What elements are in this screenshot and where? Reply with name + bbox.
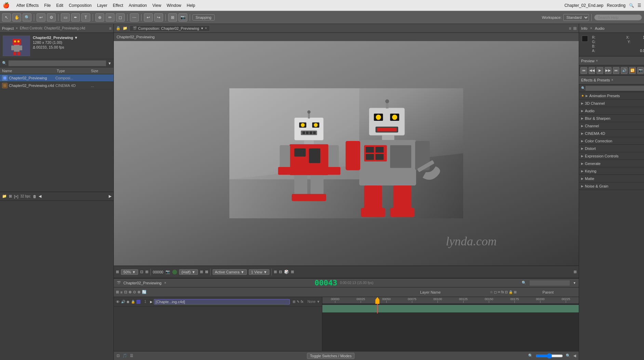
tl-tool-7[interactable]: 🔄 <box>142 290 147 294</box>
zoom-in-icon[interactable]: 🔍 <box>566 353 571 358</box>
project-panel-menu[interactable]: ≡ <box>109 26 111 31</box>
effect-category-matte[interactable]: ▶ Matte <box>579 175 644 182</box>
info-tab-close[interactable]: × <box>590 26 592 30</box>
trash-icon[interactable]: 🗑 <box>33 194 37 198</box>
effect-category-color-correction[interactable]: ▶ Color Correction <box>579 137 644 145</box>
preview-play[interactable]: ▶ <box>596 67 603 74</box>
preview-first-frame[interactable]: ⏮ <box>580 67 587 74</box>
orbit-tool[interactable]: ⚙ <box>47 13 56 22</box>
tl-tool-5[interactable]: ⊙ <box>133 290 136 294</box>
tl-bottom-icon-3[interactable]: ☰ <box>130 353 133 358</box>
zoom-out-icon[interactable]: 🔍 <box>528 353 533 358</box>
preview-tab[interactable]: Preview <box>581 59 594 63</box>
menu-file[interactable]: File <box>41 2 53 9</box>
menu-help[interactable]: Help <box>184 2 198 9</box>
info-tab[interactable]: Info <box>581 26 587 30</box>
tl-bottom-icon-2[interactable]: 🎵 <box>122 353 127 358</box>
menu-effect[interactable]: Effect <box>110 2 126 9</box>
pen-tool[interactable]: ✒ <box>71 13 80 22</box>
menu-list-icon[interactable]: ☰ <box>638 3 641 8</box>
undo-btn[interactable]: ↩ <box>144 13 153 22</box>
snapping-button[interactable]: Snapping <box>192 14 215 21</box>
timeline-tab-close[interactable]: × <box>164 281 166 285</box>
layer-timeline-bar[interactable] <box>322 305 579 312</box>
effect-category-blur-sharpen[interactable]: ▶ Blur & Sharpen <box>579 115 644 122</box>
effect-category-keying[interactable]: ▶ Keying <box>579 167 644 175</box>
project-tab-close[interactable]: × <box>16 26 18 30</box>
tl-tool-1[interactable]: ⊞ <box>116 290 119 294</box>
preview-capture-frame[interactable]: 📷 <box>637 67 644 74</box>
layer-lock-icon[interactable]: 🔒 <box>131 300 135 304</box>
grid-icon[interactable]: ⊠ <box>205 270 208 274</box>
preview-step-forward[interactable]: ▶▶ <box>605 67 612 74</box>
new-folder-icon[interactable]: 📁 <box>2 194 7 198</box>
project-item-c4d[interactable]: Chapter02_Previewing.c4d CINEMA 4D ... <box>0 82 113 89</box>
hand-tool[interactable]: ✋ <box>12 13 21 22</box>
effects-search-input[interactable] <box>585 86 644 91</box>
comp-dropdown-icon[interactable]: ▼ <box>201 27 204 30</box>
effect-category-distort[interactable]: ▶ Distort <box>579 145 644 152</box>
preview-last-frame[interactable]: ⏭ <box>613 67 620 74</box>
effect-category-cinema4d[interactable]: ▶ CINEMA 4D <box>579 130 644 137</box>
scroll-left-icon[interactable]: ◀ <box>573 353 576 358</box>
redo-btn[interactable]: ↪ <box>154 13 163 22</box>
project-search-input[interactable] <box>8 60 106 66</box>
render-full-icon[interactable]: ⊞ <box>274 270 277 274</box>
toggle-switches-modes-button[interactable]: Toggle Switches / Modes <box>307 353 355 359</box>
tl-tool-3[interactable]: ⊡ <box>124 290 127 294</box>
render-draft-icon[interactable]: ⊟ <box>279 270 282 274</box>
menu-window[interactable]: Window <box>164 2 184 9</box>
selection-tool[interactable]: ↖ <box>2 13 11 22</box>
menu-animation[interactable]: Animation <box>126 2 149 9</box>
preview-audio-toggle[interactable]: 🔊 <box>621 67 628 74</box>
safe-zone-icon[interactable]: ⊞ <box>145 270 148 274</box>
puppet-tool[interactable]: ⋯ <box>130 13 139 22</box>
timeline-search-input[interactable] <box>529 280 570 286</box>
pixel-icon[interactable]: ⊞ <box>200 270 203 274</box>
layer-visibility-toggle[interactable]: 👁 <box>116 300 120 304</box>
effect-category-noise-grain[interactable]: ▶ Noise & Grain <box>579 182 644 190</box>
fit-icon[interactable]: ⊡ <box>140 270 143 274</box>
layer-fx-icon[interactable]: fx <box>301 300 304 304</box>
project-tab[interactable]: Project <box>2 26 14 30</box>
effect-category-animation-presets[interactable]: ★ ▶ Animation Presets <box>579 92 644 100</box>
layer-audio-toggle[interactable]: 🔊 <box>121 300 125 304</box>
lock-icon[interactable]: 🔒 <box>116 26 121 30</box>
tl-tool-2[interactable]: ≡ <box>120 290 122 294</box>
layer-expand-icon[interactable]: ▶ <box>150 300 152 304</box>
timeline-comp-tab[interactable]: Chapter02_Previewing <box>123 281 161 285</box>
footage-icon[interactable]: [×] <box>14 194 18 198</box>
tl-search-dropdown[interactable]: ▼ <box>573 281 576 285</box>
menu-edit[interactable]: Edit <box>53 2 66 9</box>
color-dot[interactable] <box>172 270 177 274</box>
comp-panel-menu[interactable]: ≡ <box>569 26 571 31</box>
layer-solo-toggle[interactable]: ◉ <box>126 300 130 304</box>
view-count-control[interactable]: 1 View ▼ <box>249 269 270 275</box>
comp-tab-close[interactable]: × <box>205 26 207 30</box>
toggle-3d-icon[interactable]: 🎲 <box>284 270 289 274</box>
comp-panel-options[interactable]: ⊞ <box>573 26 577 31</box>
menu-layer[interactable]: Layer <box>94 2 110 9</box>
search-help-input[interactable] <box>594 14 642 21</box>
render-btn[interactable]: ⊞ <box>168 13 177 22</box>
rotate-tool[interactable]: ↩ <box>37 13 45 22</box>
effects-presets-tab[interactable]: Effects & Presets <box>581 78 610 82</box>
arrow-right-icon[interactable]: ▶ <box>109 194 111 198</box>
preview-loop-toggle[interactable]: 🔁 <box>629 67 636 74</box>
composition-tab[interactable]: 🎬 Composition: Chapter02_Previewing ▼ × <box>130 25 210 31</box>
arrow-left-icon[interactable]: ◀ <box>39 194 41 198</box>
new-comp-icon[interactable]: ⊞ <box>9 194 12 198</box>
viewer-options-icon[interactable]: ⊞ <box>116 270 119 274</box>
camera-btn[interactable]: 📷 <box>178 13 187 22</box>
effect-category-channel[interactable]: ▶ Channel <box>579 122 644 130</box>
folder-icon[interactable]: 📁 <box>123 26 128 30</box>
menu-after-effects[interactable]: After Effects <box>14 2 41 9</box>
playhead-line[interactable] <box>377 304 378 313</box>
quality-control[interactable]: (Half) ▼ <box>179 269 198 275</box>
viewer-expand-icon[interactable]: ⊞ <box>574 270 577 274</box>
tl-bottom-icon-1[interactable]: ⊡ <box>117 353 120 358</box>
menu-view[interactable]: View <box>150 2 164 9</box>
active-camera-control[interactable]: Active Camera ▼ <box>213 269 247 275</box>
audio-tab[interactable]: Audio <box>595 26 604 30</box>
apple-menu[interactable]: 🍎 <box>3 2 10 9</box>
